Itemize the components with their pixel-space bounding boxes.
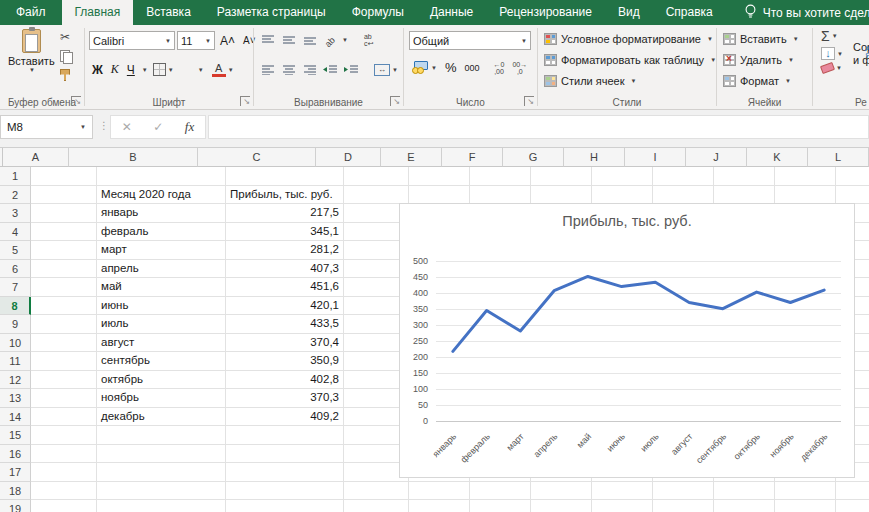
underline-button[interactable]: Ч [124, 62, 138, 78]
delete-cells-button[interactable]: × Удалить▼ [721, 49, 801, 70]
font-color-button[interactable]: А▼ [209, 62, 237, 78]
cell-L18[interactable] [836, 482, 869, 501]
row-header-3[interactable]: 3 [0, 204, 31, 223]
cell-J19[interactable] [714, 500, 775, 512]
cell-J2[interactable] [714, 186, 775, 205]
cell-C10[interactable]: 370,4 [226, 334, 344, 353]
increase-decimal-button[interactable]: ←0,00 [491, 60, 508, 76]
cell-D2[interactable] [344, 186, 409, 205]
row-header-11[interactable]: 11 [0, 352, 31, 371]
cell-C6[interactable]: 407,3 [226, 260, 344, 279]
row-header-7[interactable]: 7 [0, 278, 31, 297]
cell-D18[interactable] [344, 482, 409, 501]
autosum-button[interactable]: Σ▼ [818, 28, 846, 44]
column-header-E[interactable]: E [381, 148, 442, 167]
cell-B13[interactable]: ноябрь [97, 389, 226, 408]
name-box-splitter[interactable]: ⋮ [99, 120, 109, 131]
cell-A6[interactable] [31, 260, 97, 279]
cell-H19[interactable] [592, 500, 653, 512]
cell-G1[interactable] [531, 167, 592, 186]
borders-button[interactable]: ▼ [150, 62, 177, 77]
row-header-12[interactable]: 12 [0, 371, 31, 390]
conditional-formatting-button[interactable]: Условное форматирование▼ [542, 28, 718, 49]
number-format-combo[interactable]: Общий▼ [409, 31, 531, 50]
align-middle-icon[interactable] [279, 31, 298, 48]
cell-C13[interactable]: 370,3 [226, 389, 344, 408]
cell-B10[interactable]: август [97, 334, 226, 353]
row-header-19[interactable]: 19 [0, 500, 31, 512]
row-header-6[interactable]: 6 [0, 260, 31, 279]
cell-B2[interactable]: Месяц 2020 года [97, 186, 226, 205]
cell-A19[interactable] [31, 500, 97, 512]
decrease-decimal-button[interactable]: 00→,0 [509, 60, 530, 76]
cell-I1[interactable] [653, 167, 714, 186]
cell-J1[interactable] [714, 167, 775, 186]
cell-A4[interactable] [31, 223, 97, 242]
underline-caret-icon[interactable]: ▼ [142, 67, 148, 73]
cell-K2[interactable] [775, 186, 836, 205]
column-header-A[interactable]: A [3, 148, 69, 167]
cell-A7[interactable] [31, 278, 97, 297]
cell-G2[interactable] [531, 186, 592, 205]
sort-filter-button[interactable]: АЯ Сори ф [853, 41, 869, 67]
cell-H1[interactable] [592, 167, 653, 186]
align-center-icon[interactable] [279, 61, 298, 78]
cut-icon[interactable]: ✂ [56, 29, 74, 45]
cell-C7[interactable]: 451,6 [226, 278, 344, 297]
cell-B18[interactable] [97, 482, 226, 501]
cell-B11[interactable]: сентябрь [97, 352, 226, 371]
column-header-J[interactable]: J [686, 148, 747, 167]
cell-K1[interactable] [775, 167, 836, 186]
row-header-8[interactable]: 8 [0, 297, 31, 316]
cell-B15[interactable] [97, 426, 226, 445]
ribbon-tab[interactable]: Рецензирование [486, 0, 605, 25]
row-header-15[interactable]: 15 [0, 426, 31, 445]
cell-C12[interactable]: 402,8 [226, 371, 344, 390]
cell-C2[interactable]: Прибыль, тыс. руб. [226, 186, 344, 205]
row-header-4[interactable]: 4 [0, 223, 31, 242]
merge-center-button[interactable]: ↔▼ [371, 63, 401, 77]
cell-B12[interactable]: октябрь [97, 371, 226, 390]
alignment-dialog-launcher-icon[interactable]: ↘ [390, 96, 400, 106]
cell-H18[interactable] [592, 482, 653, 501]
cell-C4[interactable]: 345,1 [226, 223, 344, 242]
cell-B19[interactable] [97, 500, 226, 512]
cell-I2[interactable] [653, 186, 714, 205]
font-size-combo[interactable]: 11▼ [177, 31, 215, 50]
column-header-G[interactable]: G [503, 148, 564, 167]
orientation-button[interactable]: ab▼ [321, 34, 351, 46]
cell-L2[interactable] [836, 186, 869, 205]
cell-C14[interactable]: 409,2 [226, 408, 344, 427]
row-header-9[interactable]: 9 [0, 315, 31, 334]
cell-B1[interactable] [97, 167, 226, 186]
cell-A8[interactable] [31, 297, 97, 316]
cell-A3[interactable] [31, 204, 97, 223]
column-header-H[interactable]: H [564, 148, 625, 167]
cell-A14[interactable] [31, 408, 97, 427]
insert-cells-button[interactable]: Вставить▼ [721, 28, 801, 49]
column-header-K[interactable]: K [747, 148, 808, 167]
cell-C15[interactable] [226, 426, 344, 445]
cell-C5[interactable]: 281,2 [226, 241, 344, 260]
cell-E19[interactable] [409, 500, 470, 512]
align-top-icon[interactable] [258, 31, 277, 48]
cell-B7[interactable]: май [97, 278, 226, 297]
cell-H2[interactable] [592, 186, 653, 205]
cell-E2[interactable] [409, 186, 470, 205]
cell-A16[interactable] [31, 445, 97, 464]
cell-B3[interactable]: январь [97, 204, 226, 223]
align-right-icon[interactable] [300, 61, 319, 78]
fill-color-button[interactable]: ▼ [179, 66, 207, 74]
cell-styles-button[interactable]: Стили ячеек▼ [542, 70, 718, 91]
cell-A15[interactable] [31, 426, 97, 445]
clear-button[interactable]: ▼ [818, 63, 846, 73]
cell-C18[interactable] [226, 482, 344, 501]
percent-style-button[interactable]: % [442, 59, 460, 76]
cell-C9[interactable]: 433,5 [226, 315, 344, 334]
paste-button[interactable]: Вставить ▼ [8, 29, 54, 73]
insert-function-icon[interactable]: fx [185, 119, 194, 135]
cell-C8[interactable]: 420,1 [226, 297, 344, 316]
cell-B9[interactable]: июль [97, 315, 226, 334]
cell-B5[interactable]: март [97, 241, 226, 260]
increase-indent-icon[interactable] [342, 61, 361, 78]
